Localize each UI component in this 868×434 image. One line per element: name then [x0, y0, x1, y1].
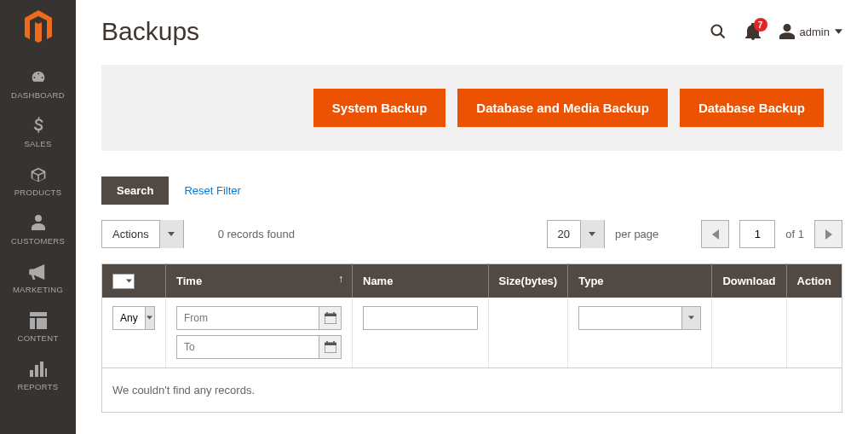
search-icon[interactable]: [710, 23, 727, 40]
table-header-row: Time↑ Name Size(bytes) Type Download Act…: [102, 264, 842, 298]
system-backup-button[interactable]: System Backup: [313, 89, 446, 127]
calendar-icon[interactable]: [319, 336, 341, 358]
box-icon: [29, 165, 48, 184]
search-button[interactable]: Search: [101, 176, 169, 205]
sort-asc-icon: ↑: [338, 273, 343, 285]
svg-rect-3: [325, 314, 336, 316]
name-filter-input[interactable]: [363, 306, 478, 330]
gauge-icon: [29, 68, 48, 87]
nav-label: CUSTOMERS: [11, 236, 65, 246]
bars-icon: [29, 360, 48, 379]
page-total-label: of 1: [785, 228, 804, 240]
sidebar-item-products[interactable]: PRODUCTS: [0, 157, 76, 205]
time-to-input[interactable]: [176, 335, 342, 359]
header-actions: 7 admin: [710, 23, 842, 40]
filter-controls: Search Reset Filter: [101, 176, 842, 205]
chevron-down-icon: [580, 220, 604, 248]
nav-label: SALES: [24, 139, 51, 148]
chevron-down-icon: [835, 29, 842, 34]
layout-icon: [29, 311, 48, 330]
magento-logo-icon[interactable]: [21, 10, 55, 44]
prev-page-button[interactable]: [701, 220, 729, 248]
sidebar-item-sales[interactable]: SALES: [0, 108, 76, 157]
sidebar-item-content[interactable]: CONTENT: [0, 303, 76, 351]
empty-row: We couldn't find any records.: [102, 367, 842, 412]
user-icon: [779, 24, 795, 39]
empty-message: We couldn't find any records.: [102, 367, 842, 412]
filter-row: Any: [102, 298, 842, 368]
svg-rect-7: [325, 343, 336, 345]
page-header: Backups 7 admin: [101, 17, 842, 46]
nav-label: CONTENT: [17, 333, 58, 343]
reset-filter-link[interactable]: Reset Filter: [184, 184, 240, 197]
main-content: Backups 7 admin System Backup Database a…: [76, 0, 868, 413]
backups-table: Time↑ Name Size(bytes) Type Download Act…: [101, 263, 842, 413]
database-backup-button[interactable]: Database Backup: [680, 89, 824, 127]
notifications-icon[interactable]: 7: [745, 23, 761, 40]
calendar-icon[interactable]: [319, 307, 341, 329]
actions-select[interactable]: Actions: [101, 220, 184, 248]
chevron-down-icon: [159, 220, 183, 248]
per-page-value: 20: [548, 228, 580, 240]
notification-badge: 7: [754, 18, 767, 32]
nav-label: PRODUCTS: [14, 188, 62, 197]
username-label: admin: [800, 26, 830, 38]
sidebar-item-marketing[interactable]: MARKETING: [0, 254, 76, 303]
checkbox-icon: [112, 274, 135, 289]
column-select-all[interactable]: [102, 264, 166, 298]
megaphone-icon: [29, 263, 48, 281]
action-toolbar: System Backup Database and Media Backup …: [101, 65, 842, 151]
per-page-control: 20 per page: [547, 220, 659, 248]
nav-label: REPORTS: [18, 382, 59, 391]
page-title: Backups: [101, 17, 710, 46]
records-found-label: 0 records found: [218, 228, 295, 240]
dollar-icon: [29, 117, 48, 136]
sidebar-item-customers[interactable]: CUSTOMERS: [0, 205, 76, 254]
actions-label: Actions: [102, 228, 159, 240]
time-from-input[interactable]: [176, 306, 342, 330]
pagination: of 1: [701, 220, 842, 248]
per-page-label: per page: [615, 228, 658, 240]
nav-label: DASHBOARD: [11, 90, 65, 100]
column-time[interactable]: Time↑: [166, 264, 353, 298]
chevron-down-icon: [145, 307, 154, 329]
svg-point-0: [711, 26, 721, 36]
sidebar-item-reports[interactable]: REPORTS: [0, 351, 76, 400]
user-menu[interactable]: admin: [779, 24, 842, 39]
nav-label: MARKETING: [13, 285, 63, 294]
sidebar: DASHBOARD SALES PRODUCTS CUSTOMERS MARKE…: [0, 0, 76, 434]
page-input[interactable]: [739, 220, 775, 248]
grid-controls: Actions 0 records found 20 per page of 1: [101, 220, 842, 248]
column-download[interactable]: Download: [712, 264, 786, 298]
column-name[interactable]: Name: [353, 264, 489, 298]
chevron-down-icon: [681, 307, 700, 329]
column-action[interactable]: Action: [786, 264, 842, 298]
column-type[interactable]: Type: [568, 264, 712, 298]
database-media-backup-button[interactable]: Database and Media Backup: [457, 89, 668, 127]
svg-line-1: [720, 34, 724, 38]
sidebar-item-dashboard[interactable]: DASHBOARD: [0, 60, 76, 108]
column-size[interactable]: Size(bytes): [488, 264, 568, 298]
per-page-select[interactable]: 20: [547, 220, 605, 248]
filter-any-select[interactable]: Any: [112, 306, 155, 330]
person-icon: [29, 214, 48, 233]
type-filter-select[interactable]: [578, 306, 701, 330]
next-page-button[interactable]: [814, 220, 842, 248]
